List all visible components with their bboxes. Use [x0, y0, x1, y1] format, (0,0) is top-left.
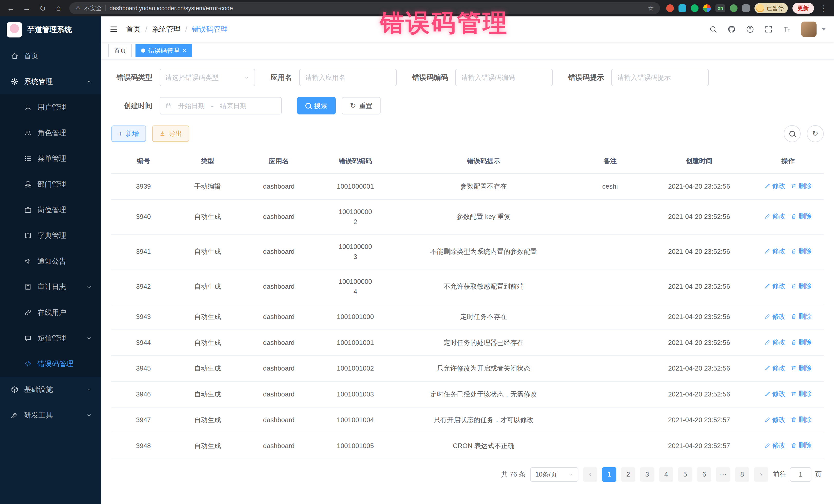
- sidebar-item-megaphone[interactable]: 通知公告: [0, 248, 101, 274]
- edit-link[interactable]: 修改: [765, 311, 786, 322]
- extension-icon-teal[interactable]: [679, 4, 686, 12]
- page-size-select[interactable]: 10条/页: [530, 467, 578, 482]
- reset-button[interactable]: ↻ 重置: [342, 97, 380, 114]
- edit-link[interactable]: 修改: [765, 181, 786, 191]
- app-name-input[interactable]: [299, 69, 397, 86]
- delete-link[interactable]: 删除: [791, 363, 812, 373]
- sidebar-item-home[interactable]: 首页: [0, 43, 101, 69]
- hamburger-icon[interactable]: [109, 25, 118, 34]
- fullscreen-icon[interactable]: [764, 25, 773, 34]
- tag-close-icon[interactable]: ×: [183, 47, 186, 54]
- start-date-input[interactable]: [175, 102, 208, 110]
- breadcrumb-system[interactable]: 系统管理: [152, 24, 181, 34]
- export-button[interactable]: 导出: [152, 126, 189, 142]
- header-search-icon[interactable]: [709, 25, 718, 34]
- edit-link[interactable]: 修改: [765, 415, 786, 425]
- sidebar-item-box[interactable]: 基础设施: [0, 377, 101, 402]
- show-search-toggle-button[interactable]: [784, 125, 800, 142]
- edit-link[interactable]: 修改: [765, 337, 786, 347]
- sync-paused-label: 已暂停: [767, 4, 784, 12]
- pager-page-8[interactable]: 8: [735, 467, 749, 482]
- goto-page-input[interactable]: [790, 467, 811, 482]
- search-button[interactable]: 搜索: [297, 97, 336, 114]
- delete-link[interactable]: 删除: [791, 440, 812, 451]
- browser-menu-icon[interactable]: ⋮: [819, 4, 828, 13]
- col-type: 类型: [176, 149, 240, 174]
- home-button[interactable]: ⌂: [54, 4, 63, 13]
- cell-type: 自动生成: [176, 433, 240, 459]
- delete-link[interactable]: 删除: [791, 415, 812, 425]
- bookmark-star-icon[interactable]: ☆: [648, 4, 654, 12]
- edit-link[interactable]: 修改: [765, 440, 786, 451]
- sidebar-item-doc[interactable]: 审计日志: [0, 274, 101, 300]
- extensions-puzzle-icon[interactable]: [742, 4, 750, 12]
- sidebar-item-code[interactable]: 错误码管理: [0, 351, 101, 377]
- delete-link[interactable]: 删除: [791, 246, 812, 256]
- error-hint-input[interactable]: [611, 69, 709, 86]
- breadcrumb-current: 错误码管理: [192, 24, 228, 34]
- error-type-select[interactable]: 请选择错误码类型: [160, 69, 255, 86]
- pager-next-button[interactable]: ›: [754, 467, 768, 482]
- extension-on-badge[interactable]: on: [716, 4, 725, 12]
- delete-link[interactable]: 删除: [791, 211, 812, 221]
- sidebar-item-link[interactable]: 在线用户: [0, 300, 101, 325]
- sidebar-item-tool[interactable]: 研发工具: [0, 402, 101, 428]
- sidebar-item-gear[interactable]: 系统管理: [0, 69, 101, 94]
- delete-link[interactable]: 删除: [791, 311, 812, 322]
- profile-chip[interactable]: 已暂停: [754, 3, 788, 13]
- edit-link[interactable]: 修改: [765, 389, 786, 399]
- sidebar-item-users[interactable]: 角色管理: [0, 120, 101, 146]
- delete-link[interactable]: 删除: [791, 337, 812, 347]
- update-button[interactable]: 更新: [792, 3, 814, 14]
- sidebar-item-message[interactable]: 短信管理: [0, 325, 101, 351]
- reload-button[interactable]: ↻: [38, 4, 47, 13]
- refresh-button[interactable]: ↻: [807, 125, 824, 142]
- tag-home[interactable]: 首页: [108, 44, 132, 57]
- forward-button[interactable]: →: [22, 4, 31, 13]
- sidebar-item-book[interactable]: 字典管理: [0, 223, 101, 248]
- avatar-caret-down-icon[interactable]: [822, 28, 826, 30]
- pager-page-4[interactable]: 4: [659, 467, 673, 482]
- error-code-input[interactable]: [455, 69, 553, 86]
- github-icon[interactable]: [727, 25, 736, 34]
- edit-link[interactable]: 修改: [765, 211, 786, 221]
- user-avatar[interactable]: [801, 22, 816, 37]
- sidebar-item-user[interactable]: 用户管理: [0, 94, 101, 120]
- extension-icon-green[interactable]: [691, 4, 699, 12]
- back-button[interactable]: ←: [6, 4, 15, 13]
- filter-row-2: 创建时间 - 搜索: [111, 97, 824, 114]
- app-logo[interactable]: 芋道管理系统: [0, 17, 101, 43]
- font-size-icon[interactable]: [783, 25, 791, 34]
- pager-page-6[interactable]: 6: [697, 467, 711, 482]
- edit-link[interactable]: 修改: [765, 246, 786, 256]
- add-button[interactable]: + 新增: [111, 126, 146, 142]
- create-time-range-picker[interactable]: -: [160, 97, 282, 114]
- pager-prev-button[interactable]: ‹: [583, 467, 597, 482]
- cell-app: dashboard: [240, 304, 318, 330]
- end-date-input[interactable]: [217, 102, 250, 110]
- extension-icon-grid[interactable]: [703, 4, 711, 12]
- tag-error-code[interactable]: 错误码管理 ×: [135, 44, 192, 57]
- help-icon[interactable]: [746, 25, 754, 34]
- address-bar[interactable]: ⚠ 不安全 dashboard.yudao.iocoder.cn/system/…: [69, 2, 660, 14]
- delete-link[interactable]: 删除: [791, 389, 812, 399]
- extension-icon-leaf[interactable]: [730, 4, 738, 12]
- delete-link[interactable]: 删除: [791, 281, 812, 291]
- delete-link[interactable]: 删除: [791, 181, 812, 191]
- sidebar-item-menu[interactable]: 菜单管理: [0, 146, 101, 171]
- cell-app: dashboard: [240, 356, 318, 381]
- pager-page-1[interactable]: 1: [602, 467, 616, 482]
- pager-ellipsis[interactable]: ···: [716, 467, 730, 482]
- cell-type: 自动生成: [176, 356, 240, 381]
- pager-page-3[interactable]: 3: [640, 467, 654, 482]
- cell-code: 1001001001: [318, 330, 393, 356]
- cell-actions: 修改删除: [752, 356, 824, 381]
- pager-page-2[interactable]: 2: [621, 467, 635, 482]
- extension-icon-red[interactable]: [666, 4, 674, 12]
- edit-link[interactable]: 修改: [765, 281, 786, 291]
- edit-link[interactable]: 修改: [765, 363, 786, 373]
- sidebar-item-badge[interactable]: 岗位管理: [0, 197, 101, 223]
- breadcrumb-home[interactable]: 首页: [126, 24, 140, 34]
- sidebar-item-org[interactable]: 部门管理: [0, 171, 101, 197]
- pager-page-5[interactable]: 5: [678, 467, 692, 482]
